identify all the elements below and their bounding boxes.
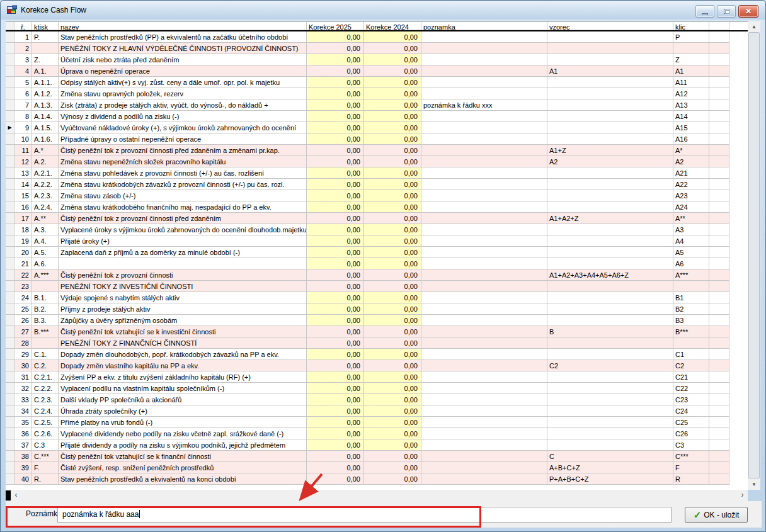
poznamka-cell[interactable] bbox=[421, 201, 547, 213]
extra-cell[interactable] bbox=[709, 281, 729, 292]
ktisk-cell[interactable]: A.2.2. bbox=[32, 179, 59, 190]
extra-cell[interactable] bbox=[709, 303, 729, 315]
korekce-2025-cell[interactable]: 0,00 bbox=[307, 349, 364, 360]
ktisk-cell[interactable]: A.1.1. bbox=[32, 77, 59, 88]
korekce-2025-cell[interactable]: 0,00 bbox=[307, 292, 364, 303]
poznamka-cell[interactable] bbox=[421, 337, 547, 349]
restore-button[interactable] bbox=[717, 5, 736, 18]
table-row[interactable]: 23PENĚŽNÍ TOKY Z INVESTIČNÍ ČINNOSTI0,00… bbox=[6, 281, 748, 292]
korekce-2025-cell[interactable]: 0,00 bbox=[307, 99, 364, 111]
extra-cell[interactable] bbox=[709, 167, 729, 179]
poznamka-cell[interactable] bbox=[421, 360, 547, 371]
extra-cell[interactable] bbox=[709, 201, 729, 213]
vzorec-cell[interactable] bbox=[547, 405, 673, 417]
nazev-cell[interactable] bbox=[59, 258, 307, 269]
vzorec-cell[interactable]: C2 bbox=[547, 360, 673, 371]
korekce-2025-cell[interactable]: 0,00 bbox=[307, 337, 364, 349]
poznamka-cell[interactable] bbox=[421, 383, 547, 394]
table-row[interactable]: ▶9A.1.5.Vyúčtované nákladové úroky (+), … bbox=[6, 122, 748, 133]
nazev-cell[interactable]: Přímé platby na vrub fondů (-) bbox=[59, 417, 307, 428]
extra-cell[interactable] bbox=[709, 405, 729, 417]
extra-cell[interactable] bbox=[709, 31, 729, 43]
poznamka-cell[interactable] bbox=[421, 224, 547, 235]
korekce-2025-cell[interactable]: 0,00 bbox=[307, 394, 364, 405]
klic-cell[interactable]: A14 bbox=[673, 111, 709, 122]
nazev-cell[interactable]: PENĚŽNÍ TOKY Z INVESTIČNÍ ČINNOSTI bbox=[59, 281, 307, 292]
ktisk-cell[interactable]: A.2.4. bbox=[32, 201, 59, 213]
extra-cell[interactable] bbox=[709, 394, 729, 405]
nazev-cell[interactable]: Čistý peněžní tok z provozní činnosti př… bbox=[59, 145, 307, 156]
korekce-2025-cell[interactable]: 0,00 bbox=[307, 201, 364, 213]
klic-cell[interactable]: C*** bbox=[673, 451, 709, 462]
korekce-2025-cell[interactable]: 0,00 bbox=[307, 167, 364, 179]
nazev-cell[interactable]: PENĚŽNÍ TOKY Z FINANČNÍCH ČINNOSTÍ bbox=[59, 337, 307, 349]
extra-cell[interactable] bbox=[709, 122, 729, 133]
korekce-2024-cell[interactable]: 0,00 bbox=[364, 428, 421, 439]
nazev-cell[interactable]: Zisk (ztráta) z prodeje stálých aktiv, v… bbox=[59, 99, 307, 111]
korekce-2025-cell[interactable]: 0,00 bbox=[307, 473, 364, 485]
ktisk-cell[interactable]: A.2.1. bbox=[32, 167, 59, 179]
ktisk-cell[interactable]: B.3. bbox=[32, 315, 59, 326]
klic-cell[interactable]: Z bbox=[673, 54, 709, 65]
korekce-2025-cell[interactable]: 0,00 bbox=[307, 156, 364, 167]
vzorec-cell[interactable] bbox=[547, 122, 673, 133]
extra-cell[interactable] bbox=[709, 111, 729, 122]
nazev-cell[interactable]: Změna stavu opravných položek, rezerv bbox=[59, 88, 307, 99]
korekce-2024-cell[interactable]: 0,00 bbox=[364, 281, 421, 292]
poznamka-cell[interactable] bbox=[421, 417, 547, 428]
table-row[interactable]: 7A.1.3.Zisk (ztráta) z prodeje stálých a… bbox=[6, 99, 748, 111]
row-number-cell[interactable]: 34 bbox=[14, 405, 32, 417]
klic-cell[interactable]: C25 bbox=[673, 417, 709, 428]
row-number-cell[interactable]: 27 bbox=[14, 326, 32, 337]
row-number-cell[interactable]: 21 bbox=[14, 258, 32, 269]
vzorec-cell[interactable] bbox=[547, 371, 673, 383]
klic-cell[interactable]: P bbox=[673, 31, 709, 43]
extra-cell[interactable] bbox=[709, 77, 729, 88]
extra-cell[interactable] bbox=[709, 258, 729, 269]
row-number-cell[interactable]: 36 bbox=[14, 428, 32, 439]
row-number-cell[interactable]: 17 bbox=[14, 213, 32, 224]
ktisk-cell[interactable]: A.** bbox=[32, 213, 59, 224]
poznamka-cell[interactable] bbox=[421, 111, 547, 122]
vzorec-cell[interactable] bbox=[547, 439, 673, 451]
klic-cell[interactable]: A16 bbox=[673, 133, 709, 145]
row-number-cell[interactable]: 37 bbox=[14, 439, 32, 451]
row-number-cell[interactable]: 7 bbox=[14, 99, 32, 111]
ktisk-cell[interactable]: P. bbox=[32, 31, 59, 43]
korekce-2024-cell[interactable]: 0,00 bbox=[364, 65, 421, 77]
poznamka-cell[interactable] bbox=[421, 65, 547, 77]
extra-cell[interactable] bbox=[709, 349, 729, 360]
table-row[interactable]: 6A.1.2.Změna stavu opravných položek, re… bbox=[6, 88, 748, 99]
korekce-2025-cell[interactable]: 0,00 bbox=[307, 145, 364, 156]
korekce-2024-cell[interactable]: 0,00 bbox=[364, 337, 421, 349]
ktisk-cell[interactable]: C.1. bbox=[32, 349, 59, 360]
klic-cell[interactable]: A1 bbox=[673, 65, 709, 77]
nazev-cell[interactable]: Vyúčtované nákladové úroky (+), s výjimk… bbox=[59, 122, 307, 133]
korekce-2025-cell[interactable]: 0,00 bbox=[307, 247, 364, 258]
ktisk-cell[interactable]: A.1.5. bbox=[32, 122, 59, 133]
klic-cell[interactable]: A13 bbox=[673, 99, 709, 111]
nazev-cell[interactable]: Účetní zisk nebo ztráta před zdaněním bbox=[59, 54, 307, 65]
scroll-left-icon[interactable]: ‹ bbox=[11, 490, 21, 501]
ktisk-cell[interactable]: C.2.5. bbox=[32, 417, 59, 428]
vzorec-cell[interactable] bbox=[547, 179, 673, 190]
row-number-cell[interactable]: 11 bbox=[14, 145, 32, 156]
row-number-cell[interactable]: 22 bbox=[14, 269, 32, 281]
nazev-cell[interactable]: Čistý peněžní tok vztahující se k invest… bbox=[59, 326, 307, 337]
poznamka-cell[interactable] bbox=[421, 326, 547, 337]
vzorec-cell[interactable]: A+B+C+Z bbox=[547, 462, 673, 473]
table-row[interactable]: 29C.1.Dopady změn dlouhodobých, popř. kr… bbox=[6, 349, 748, 360]
row-number-cell[interactable]: 8 bbox=[14, 111, 32, 122]
poznamka-cell[interactable] bbox=[421, 292, 547, 303]
nazev-cell[interactable]: Dopady změn vlastního kapitálu na PP a e… bbox=[59, 360, 307, 371]
korekce-2024-cell[interactable]: 0,00 bbox=[364, 235, 421, 247]
extra-cell[interactable] bbox=[709, 179, 729, 190]
korekce-2024-cell[interactable]: 0,00 bbox=[364, 77, 421, 88]
poznamka-cell[interactable] bbox=[421, 315, 547, 326]
table-row[interactable]: 28PENĚŽNÍ TOKY Z FINANČNÍCH ČINNOSTÍ0,00… bbox=[6, 337, 748, 349]
korekce-2024-cell[interactable]: 0,00 bbox=[364, 99, 421, 111]
korekce-2025-cell[interactable]: 0,00 bbox=[307, 133, 364, 145]
klic-cell[interactable]: C3 bbox=[673, 439, 709, 451]
table-row[interactable]: 33C.2.3.Další vklady PP společníků a akc… bbox=[6, 394, 748, 405]
ktisk-cell[interactable] bbox=[32, 337, 59, 349]
